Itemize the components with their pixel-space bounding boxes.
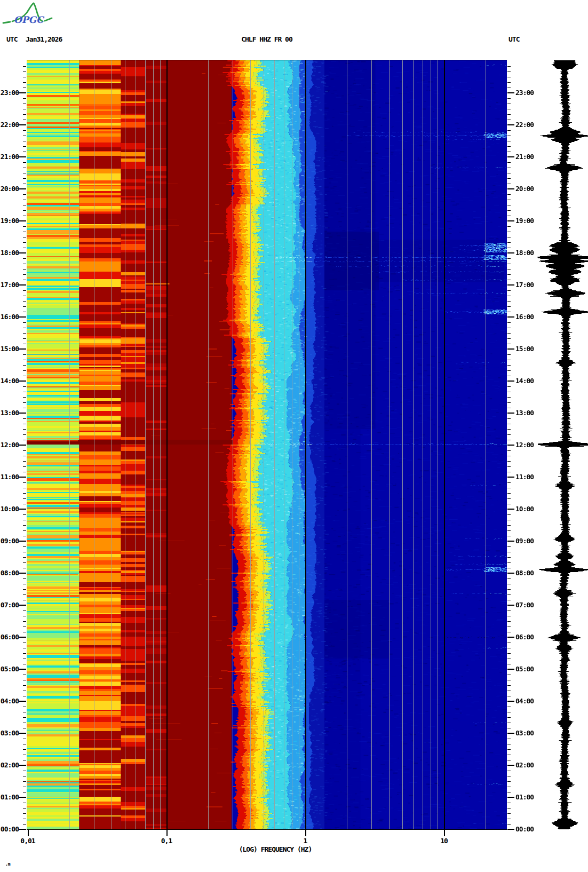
time-tick-minor-right [507, 109, 511, 109]
time-tick-minor-left [23, 461, 26, 462]
time-tick-minor-right [507, 77, 511, 77]
time-tick-minor-left [23, 152, 26, 152]
time-label-left: 01:00 [0, 794, 19, 800]
time-tick-minor-left [23, 397, 26, 398]
time-tick-minor-right [507, 402, 511, 403]
time-tick-minor-left [23, 632, 26, 632]
time-tick-minor-right [507, 472, 511, 472]
time-tick-major-right [507, 348, 514, 350]
time-tick-major-right [507, 637, 514, 638]
time-tick-minor-right [507, 328, 511, 328]
time-tick-minor-right [507, 216, 511, 216]
time-tick-minor-right [507, 397, 511, 398]
time-tick-major-right [507, 541, 514, 542]
time-tick-minor-left [23, 136, 26, 136]
time-tick-minor-left [23, 290, 26, 291]
time-tick-minor-left [23, 386, 26, 387]
time-tick-minor-left [23, 376, 26, 376]
time-label-left: 16:00 [0, 313, 19, 320]
time-tick-minor-right [507, 322, 511, 323]
time-label-left: 23:00 [0, 89, 19, 96]
time-tick-minor-left [23, 712, 26, 712]
time-tick-minor-left [23, 274, 26, 275]
time-label-left: 12:00 [0, 441, 19, 448]
logo-text: OPGC [14, 14, 45, 25]
time-tick-minor-left [23, 760, 26, 760]
time-tick-minor-right [507, 488, 511, 488]
time-tick-minor-right [507, 461, 511, 462]
utc-label-right: UTC [508, 36, 519, 43]
time-tick-minor-left [23, 173, 26, 173]
time-tick-major-left [19, 733, 26, 734]
time-tick-minor-left [23, 296, 26, 296]
time-tick-minor-right [507, 792, 511, 792]
time-tick-major-left [19, 413, 26, 414]
time-label-left: 03:00 [0, 730, 19, 736]
time-tick-major-left [19, 445, 26, 446]
time-label-left: 17:00 [0, 281, 19, 288]
time-tick-minor-left [23, 194, 26, 195]
time-tick-minor-right [507, 627, 511, 627]
time-tick-major-right [507, 765, 514, 766]
time-tick-major-right [507, 252, 514, 253]
time-tick-minor-left [23, 664, 26, 664]
time-tick-minor-left [23, 344, 26, 344]
time-tick-minor-right [507, 760, 511, 760]
time-tick-minor-right [507, 680, 511, 680]
time-tick-minor-right [507, 237, 511, 237]
time-label-right: 22:00 [515, 121, 534, 128]
time-label-left: 20:00 [0, 185, 19, 192]
time-tick-minor-left [23, 216, 26, 216]
time-tick-minor-left [23, 120, 26, 120]
time-tick-minor-right [507, 616, 511, 616]
time-tick-minor-left [23, 771, 26, 771]
time-tick-major-right [507, 156, 514, 157]
time-tick-minor-left [23, 301, 26, 302]
time-tick-major-right [507, 380, 514, 382]
time-tick-minor-left [23, 354, 26, 355]
time-tick-minor-left [23, 440, 26, 440]
time-label-right: 05:00 [515, 665, 534, 672]
time-tick-minor-right [507, 88, 511, 88]
time-tick-minor-left [23, 141, 26, 141]
time-tick-minor-left [23, 498, 26, 499]
freq-tick [28, 830, 29, 836]
time-tick-minor-right [507, 712, 511, 712]
time-tick-minor-left [23, 589, 26, 590]
time-tick-minor-right [507, 648, 511, 648]
time-label-left: 19:00 [0, 217, 19, 224]
time-tick-major-right [507, 188, 514, 189]
time-tick-minor-right [507, 552, 511, 552]
time-tick-minor-right [507, 136, 511, 136]
time-tick-major-right [507, 573, 514, 574]
time-tick-minor-left [23, 787, 26, 787]
time-tick-minor-right [507, 114, 511, 115]
time-tick-minor-left [23, 72, 26, 72]
time-tick-minor-right [507, 178, 511, 179]
time-tick-major-right [507, 829, 514, 830]
time-tick-major-left [19, 156, 26, 157]
time-tick-minor-right [507, 578, 511, 579]
time-tick-minor-left [23, 685, 26, 686]
time-tick-minor-left [23, 803, 26, 803]
time-tick-major-left [19, 701, 26, 702]
time-tick-minor-left [23, 600, 26, 600]
time-tick-minor-left [23, 104, 26, 104]
time-tick-minor-left [23, 424, 26, 424]
time-tick-major-left [19, 284, 26, 286]
time-tick-minor-left [23, 226, 26, 227]
time-tick-major-right [507, 124, 514, 125]
time-tick-minor-right [507, 408, 511, 408]
time-tick-minor-right [507, 296, 511, 296]
time-label-right: 01:00 [515, 794, 534, 800]
time-tick-minor-right [507, 664, 511, 664]
time-tick-minor-right [507, 354, 511, 355]
time-tick-minor-left [23, 258, 26, 259]
time-label-left: 14:00 [0, 377, 19, 384]
time-tick-minor-right [507, 691, 511, 691]
time-tick-minor-left [23, 82, 26, 83]
time-tick-minor-left [23, 200, 26, 200]
time-tick-minor-left [23, 744, 26, 744]
time-tick-minor-right [507, 162, 511, 163]
time-tick-major-left [19, 124, 26, 125]
